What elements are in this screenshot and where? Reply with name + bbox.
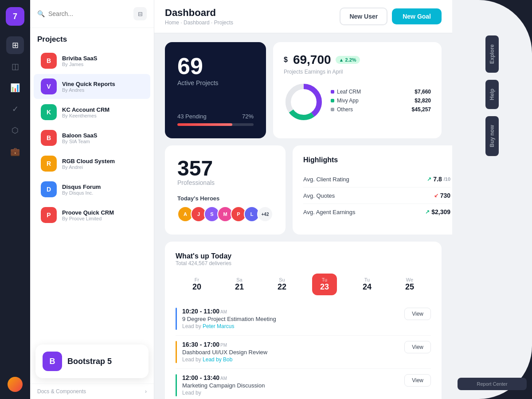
nav-icon-analytics[interactable]: 📊 — [6, 79, 24, 97]
header: Dashboard Home · Dashboard · Projects Ne… — [154, 0, 452, 33]
arrow-up-icon: ↗ — [427, 176, 431, 182]
project-logo-proove: P — [41, 207, 57, 223]
event-lead-link-2[interactable]: Lead by Bob — [203, 356, 232, 363]
professionals-label: Professionals — [177, 179, 273, 186]
highlights-card: Highlights Avg. Client Rating ↗7.8/10 Av… — [293, 145, 452, 235]
sidebar-item-proove[interactable]: P Proove Quick CRM By Proove Limited — [34, 203, 150, 227]
earnings-card: $ 69,700 ▲ 2.2% Projects Earnings in Apr… — [273, 42, 442, 138]
legend-val-others: $45,257 — [412, 106, 431, 113]
heroes-avatars: A J S M P L +42 — [177, 206, 273, 222]
nav-icon-dashboard[interactable]: ⊞ — [6, 36, 24, 54]
nav-icon-tasks[interactable]: ✓ — [6, 100, 24, 118]
filter-button[interactable]: ⊟ — [133, 7, 147, 20]
header-left: Dashboard Home · Dashboard · Projects — [165, 7, 233, 26]
sidebar-item-briviba[interactable]: B Briviba SaaS By James — [34, 48, 150, 73]
event-time-3: 12:00 - 13:40AM — [182, 374, 399, 381]
sidebar-item-baloon[interactable]: B Baloon SaaS By SIA Team — [34, 125, 150, 150]
event-view-button-3[interactable]: View — [404, 374, 431, 387]
day-num-20: 20 — [192, 282, 201, 292]
active-label: Active Projects — [177, 79, 254, 86]
project-name-briviba: Briviba SaaS — [62, 55, 143, 62]
bootstrap-card: B Bootstrap 5 — [35, 344, 149, 378]
event-3: 12:00 - 13:40AM Marketing Campaign Discu… — [176, 369, 431, 399]
new-goal-button[interactable]: New Goal — [392, 8, 442, 24]
calendar-header: What's up Today Total 424,567 deliveries — [176, 252, 431, 266]
earnings-top: $ 69,700 ▲ 2.2% — [284, 53, 431, 67]
event-view-2: View — [404, 341, 431, 353]
arrow-up-icon-2: ↗ — [425, 209, 430, 215]
legend-dot-leaf — [331, 90, 334, 94]
legend-name-leaf: Leaf CRM — [331, 89, 361, 95]
new-user-button[interactable]: New User — [340, 8, 387, 25]
right-panel: Explore Help Buy now Report Center — [452, 0, 532, 399]
sidebar-item-vine[interactable]: V Vine Quick Reports By Andres — [34, 74, 150, 99]
project-name-disqus: Disqus Forum — [62, 184, 143, 190]
day-21[interactable]: Sa 21 — [227, 274, 252, 295]
day-22[interactable]: Su 22 — [270, 274, 294, 295]
event-view-button-2[interactable]: View — [404, 341, 431, 353]
day-label-21: Sa — [236, 277, 242, 282]
legend-dot-mivy — [331, 99, 334, 102]
search-input[interactable] — [48, 10, 130, 17]
project-info-proove: Proove Quick CRM By Proove Limited — [62, 209, 143, 221]
day-label-24: Tu — [364, 277, 370, 282]
tab-help[interactable]: Help — [485, 80, 499, 109]
event-view-button-1[interactable]: View — [404, 308, 431, 320]
project-logo-baloon: B — [41, 130, 57, 146]
sidebar-footer[interactable]: Docs & Components › — [30, 383, 154, 399]
active-projects-card: 69 Active Projects 43 Pending 72% — [165, 42, 266, 138]
highlight-earnings: Avg. Agent Earnings ↗$2,309 — [303, 204, 450, 220]
search-bar: 🔍 ⊟ — [30, 0, 154, 28]
project-info-briviba: Briviba SaaS By James — [62, 55, 143, 67]
nav-icon-portfolio[interactable]: 💼 — [6, 143, 24, 160]
day-23[interactable]: Tu 23 — [312, 274, 337, 295]
user-avatar[interactable] — [8, 377, 23, 392]
event-2: 16:30 - 17:00PM Dashboard UI/UX Design R… — [176, 336, 431, 369]
active-count: 69 — [177, 55, 254, 78]
heroes-label: Today's Heroes — [177, 195, 273, 202]
tab-buy-now[interactable]: Buy now — [485, 116, 499, 156]
project-list: B Briviba SaaS By James V Vine Quick Rep… — [30, 47, 154, 339]
sidebar-item-disqus[interactable]: D Disqus Forum By Disqus Inc. — [34, 177, 150, 202]
header-actions: New User New Goal — [340, 8, 442, 25]
day-label-25: We — [406, 277, 413, 282]
event-details-1: 10:20 - 11:00AM 9 Degree Project Estimat… — [182, 308, 399, 329]
event-lead-link-1[interactable]: Peter Marcus — [203, 323, 234, 329]
donut-chart — [284, 82, 324, 122]
event-details-3: 12:00 - 13:40AM Marketing Campaign Discu… — [182, 374, 399, 396]
day-25[interactable]: We 25 — [397, 274, 422, 295]
event-view-3: View — [404, 374, 431, 387]
day-num-25: 25 — [405, 282, 414, 292]
nav-icon-projects[interactable]: ◫ — [6, 58, 24, 75]
event-view-1: View — [404, 308, 431, 320]
footer-label: Docs & Components — [37, 388, 86, 395]
tab-explore[interactable]: Explore — [485, 35, 499, 73]
nav-icon-layers[interactable]: ⬡ — [6, 121, 24, 139]
breadcrumb: Home · Dashboard · Projects — [165, 20, 233, 26]
arrow-down-icon: ↙ — [434, 192, 438, 199]
highlight-name-quotes: Avg. Quotes — [303, 192, 335, 199]
sidebar: 🔍 ⊟ Projects B Briviba SaaS By James V V… — [30, 0, 154, 399]
sidebar-item-kc[interactable]: K KC Account CRM By Keenthemes — [34, 100, 150, 125]
sidebar-item-rgb[interactable]: R RGB Cloud System By Andrei — [34, 151, 150, 176]
day-24[interactable]: Tu 24 — [355, 274, 379, 295]
event-bar-1 — [176, 308, 177, 330]
report-center-button[interactable]: Report Center — [458, 378, 527, 390]
project-logo-rgb: R — [41, 156, 57, 172]
legend-item-mivy: Mivy App $2,820 — [331, 98, 431, 104]
project-name-vine: Vine Quick Reports — [62, 81, 143, 87]
event-lead-2: Lead by Lead by Bob — [182, 356, 399, 363]
earnings-label: Projects Earnings in April — [284, 69, 431, 75]
highlights-title: Highlights — [303, 156, 450, 164]
legend-item-leaf: Leaf CRM $7,660 — [331, 89, 431, 95]
event-time-2: 16:30 - 17:00PM — [182, 341, 399, 348]
project-name-kc: KC Account CRM — [62, 106, 143, 113]
nav-avatar[interactable]: 7 — [6, 7, 24, 26]
day-20[interactable]: Fr 20 — [184, 274, 209, 295]
day-num-21: 21 — [235, 282, 244, 292]
legend-val-leaf: $7,660 — [415, 89, 431, 95]
project-name-baloon: Baloon SaaS — [62, 132, 143, 139]
day-num-23: 23 — [320, 282, 329, 292]
event-bar-2 — [176, 341, 177, 363]
project-by-rgb: By Andrei — [62, 164, 143, 170]
